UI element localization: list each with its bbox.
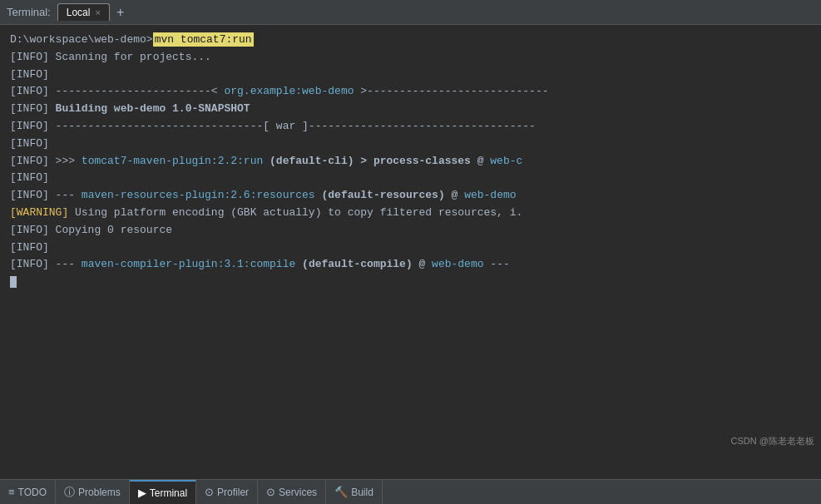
terminal-line: [INFO] Building web-demo 1.0-SNAPSHOT	[10, 101, 811, 118]
watermark: CSDN @陈老老老板	[731, 435, 814, 447]
info-tag: [INFO]	[10, 155, 49, 167]
services-icon: ⊙	[266, 486, 275, 498]
bold-text: (default-resources) @	[315, 189, 464, 201]
info-tag: [INFO]	[10, 171, 49, 184]
tab-local[interactable]: Local ×	[57, 3, 110, 21]
terminal-content: D:\workspace\web-demo>mvn tomcat7:run [I…	[0, 25, 821, 479]
tab-bar: Terminal: Local × +	[0, 0, 821, 25]
terminal-line: [INFO]	[10, 240, 811, 257]
status-label-problems: Problems	[78, 487, 121, 498]
terminal-line: [WARNING] Using platform encoding (GBK a…	[10, 205, 811, 222]
profiler-icon: ⊙	[205, 486, 214, 498]
status-spacer	[383, 480, 821, 504]
build-icon: 🔨	[334, 486, 348, 498]
terminal-line: [INFO] --- maven-compiler-plugin:3.1:com…	[10, 256, 811, 274]
info-tag: [INFO]	[10, 51, 49, 63]
status-item-profiler[interactable]: ⊙ Profiler	[196, 480, 258, 504]
cyan-text: web-demo	[432, 258, 483, 270]
bold-text: (default-compile) @	[295, 258, 432, 270]
close-tab-icon[interactable]: ×	[95, 7, 100, 17]
terminal-line: [INFO]	[10, 136, 811, 153]
info-tag: [INFO]	[10, 241, 49, 254]
bold-text: (default-cli) > process-classes @	[263, 155, 490, 167]
status-label-services: Services	[279, 487, 317, 498]
info-tag: [INFO]	[10, 224, 49, 236]
terminal-line: [INFO]	[10, 170, 811, 187]
todo-icon: ≡	[8, 486, 15, 498]
tab-bar-label: Terminal:	[7, 6, 51, 18]
cyan-text: maven-compiler-plugin:3.1:compile	[82, 258, 295, 270]
terminal-line: [INFO] Copying 0 resource	[10, 222, 811, 240]
terminal-line: [INFO] Scanning for projects...	[10, 49, 811, 67]
tab-local-label: Local	[67, 7, 91, 18]
terminal-line: [INFO] ------------------------< org.exa…	[10, 83, 811, 101]
cmd-prefix: D:\workspace\web-demo>	[10, 33, 153, 46]
cyan-text: org.example:web-demo	[224, 85, 354, 97]
info-tag: [INFO]	[10, 85, 49, 97]
status-bar: ≡ TODO ⓘ Problems ▶ Terminal ⊙ Profiler …	[0, 479, 821, 504]
add-tab-button[interactable]: +	[113, 6, 127, 19]
status-item-build[interactable]: 🔨 Build	[326, 480, 383, 504]
warn-tag: [WARNING]	[10, 206, 68, 219]
cyan-text: tomcat7-maven-plugin:2.2:run	[82, 155, 263, 167]
terminal-line: D:\workspace\web-demo>mvn tomcat7:run	[10, 32, 811, 49]
status-label-todo: TODO	[18, 487, 47, 498]
terminal-icon: ▶	[138, 487, 146, 499]
terminal-cursor-line	[10, 274, 811, 291]
info-tag: [INFO]	[10, 120, 49, 132]
cmd-highlight: mvn tomcat7:run	[153, 32, 254, 47]
status-label-build: Build	[351, 487, 373, 498]
status-item-terminal[interactable]: ▶ Terminal	[130, 480, 196, 504]
status-item-services[interactable]: ⊙ Services	[258, 480, 326, 504]
problems-icon: ⓘ	[64, 485, 75, 500]
cyan-text: web-demo	[464, 189, 516, 201]
info-tag: [INFO]	[10, 102, 49, 115]
cyan-text: web-c	[490, 155, 522, 167]
status-label-terminal: Terminal	[150, 487, 187, 499]
status-item-todo[interactable]: ≡ TODO	[0, 480, 56, 504]
terminal-line: [INFO] --- maven-resources-plugin:2.6:re…	[10, 187, 811, 205]
cyan-text: maven-resources-plugin:2.6:resources	[82, 189, 315, 201]
status-label-profiler: Profiler	[217, 487, 249, 498]
info-tag: [INFO]	[10, 189, 49, 201]
terminal-line: [INFO]	[10, 67, 811, 84]
terminal-cursor	[10, 276, 17, 288]
info-tag: [INFO]	[10, 68, 49, 81]
info-tag: [INFO]	[10, 258, 49, 270]
status-item-problems[interactable]: ⓘ Problems	[56, 480, 130, 504]
bold-text: Building web-demo 1.0-SNAPSHOT	[49, 102, 250, 115]
terminal-line: [INFO] >>> tomcat7-maven-plugin:2.2:run …	[10, 153, 811, 170]
info-tag: [INFO]	[10, 137, 49, 150]
terminal-line: [INFO] --------------------------------[…	[10, 118, 811, 136]
